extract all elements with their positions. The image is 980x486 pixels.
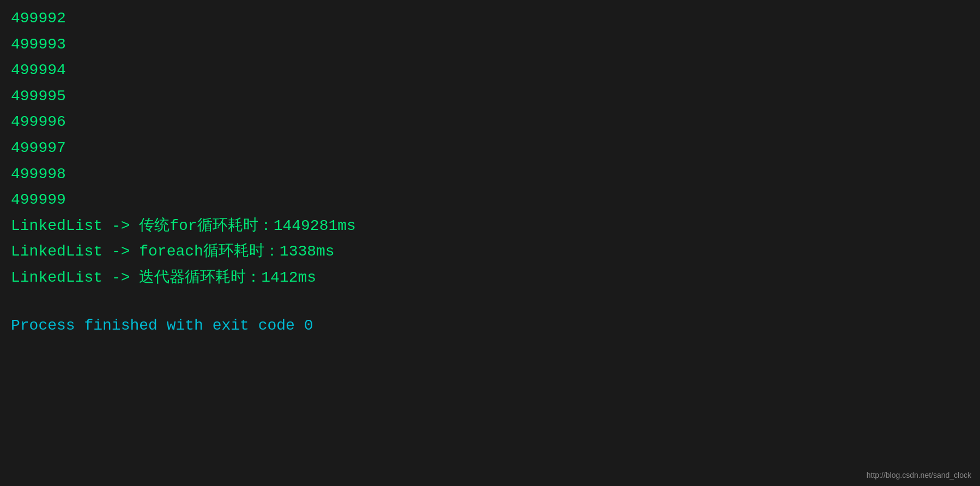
line-499997: 499997	[11, 135, 969, 161]
terminal-output: 499992 499993 499994 499995 499996 49999…	[11, 5, 969, 338]
line-499995: 499995	[11, 83, 969, 110]
line-499999: 499999	[11, 187, 969, 213]
watermark: http://blog.csdn.net/sand_clock	[867, 471, 971, 479]
line-linkedlist-for: LinkedList -> 传统for循环耗时：1449281ms	[11, 213, 969, 239]
line-499998: 499998	[11, 161, 969, 187]
process-finished-line: Process finished with exit code 0	[11, 313, 969, 339]
line-499994: 499994	[11, 57, 969, 83]
line-linkedlist-iterator: LinkedList -> 迭代器循环耗时：1412ms	[11, 265, 969, 291]
line-499996: 499996	[11, 109, 969, 135]
line-499992: 499992	[11, 5, 969, 32]
line-linkedlist-foreach: LinkedList -> foreach循环耗时：1338ms	[11, 239, 969, 265]
line-499993: 499993	[11, 32, 969, 58]
